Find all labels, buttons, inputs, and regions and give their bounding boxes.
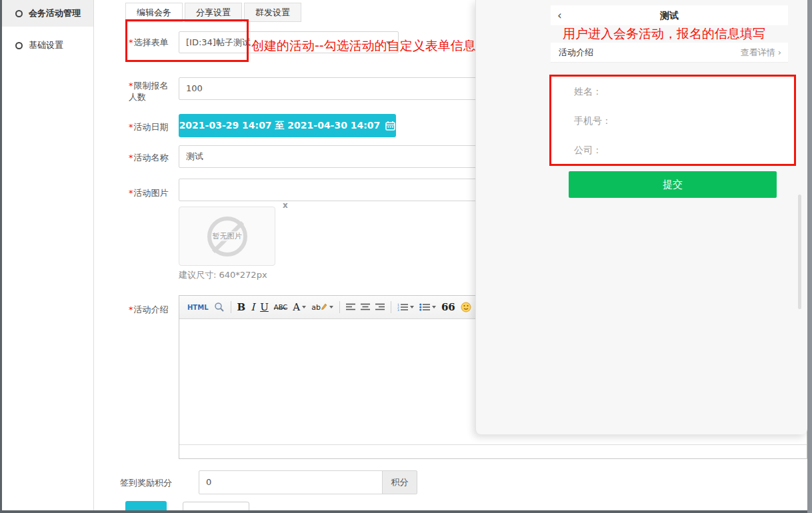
limit-label: *限制报名人数	[129, 80, 169, 103]
font-color-button[interactable]: A	[291, 299, 307, 315]
italic-button[interactable]: I	[249, 299, 256, 315]
preview-field-phone[interactable]: 手机号：	[574, 115, 611, 127]
calendar-icon	[385, 121, 395, 131]
required-asterisk: *	[129, 188, 133, 198]
points-unit-addon: 积分	[382, 470, 417, 494]
checkin-points-input[interactable]: 0	[199, 470, 383, 494]
date-range-button[interactable]: 2021-03-29 14:07 至 2021-04-30 14:07	[179, 114, 396, 137]
date-range-value: 2021-03-29 14:07 至 2021-04-30 14:07	[179, 120, 381, 132]
preview-icon[interactable]	[213, 299, 226, 315]
sidebar-item-label: 基础设置	[29, 39, 63, 51]
preview-title: 测试	[551, 5, 788, 25]
required-asterisk: *	[129, 81, 133, 91]
sidebar-item-label: 会务活动管理	[29, 7, 81, 19]
chevron-down-icon	[302, 306, 306, 308]
tab-mass-send-settings[interactable]: 群发设置	[244, 3, 301, 22]
preview-annotation-text: 用户进入会务活动，报名的信息填写	[563, 25, 765, 43]
checkin-points-label: 签到奖励积分	[120, 477, 172, 489]
preview-field-company[interactable]: 公司：	[574, 145, 602, 157]
svg-text:3: 3	[397, 308, 399, 311]
view-details-link[interactable]: 查看详情 ›	[741, 43, 781, 63]
align-right-icon[interactable]	[374, 299, 386, 315]
date-label: *活动日期	[129, 121, 169, 133]
activity-name-label: *活动名称	[129, 152, 169, 164]
ordered-list-button[interactable]: 123	[396, 299, 415, 315]
underline-button[interactable]: U	[259, 299, 270, 315]
remove-image-button[interactable]: x	[283, 201, 288, 210]
align-left-icon[interactable]	[345, 299, 357, 315]
required-asterisk: *	[129, 153, 133, 163]
required-asterisk: *	[129, 304, 133, 314]
window-border-bottom	[0, 510, 812, 513]
radio-circle-icon	[15, 42, 23, 49]
sidebar: 会务活动管理 基础设置	[2, 0, 94, 510]
strikethrough-button[interactable]: ABC	[273, 299, 289, 315]
preview-intro-row: 活动介绍 查看详情 ›	[551, 43, 788, 63]
annotation-red-rectangle	[125, 19, 249, 62]
bold-button[interactable]: B	[236, 299, 247, 315]
toolbar-separator	[339, 301, 340, 313]
mobile-preview-panel: ‹ 测试 用户进入会务活动，报名的信息填写 活动介绍 查看详情 › 姓名： 手机…	[475, 0, 807, 434]
chevron-down-icon	[410, 306, 414, 308]
pencil-icon	[321, 303, 327, 311]
sidebar-item-conference-management[interactable]: 会务活动管理	[2, 0, 93, 27]
chevron-down-icon	[432, 306, 436, 308]
preview-header: ‹ 测试	[551, 5, 788, 25]
emoji-button[interactable]	[459, 299, 473, 315]
source-code-button[interactable]: HTML	[186, 299, 210, 315]
annotation-text: 创建的活动--勾选活动的自定义表单信息	[251, 37, 476, 55]
radio-circle-icon	[15, 10, 23, 17]
back-chevron-icon[interactable]: ‹	[557, 5, 562, 25]
no-image-icon: 暂无图片	[206, 215, 249, 258]
toolbar-separator	[391, 301, 391, 313]
required-asterisk: *	[129, 122, 133, 132]
align-center-icon[interactable]	[359, 299, 371, 315]
panel-scrollbar-thumb[interactable]	[798, 195, 801, 309]
image-size-hint: 建议尺寸: 640*272px	[179, 269, 267, 281]
activity-image-label: *活动图片	[129, 187, 169, 199]
chevron-down-icon	[329, 306, 333, 308]
preview-field-name[interactable]: 姓名：	[574, 86, 602, 98]
preview-intro-label: 活动介绍	[559, 43, 593, 63]
unordered-list-button[interactable]	[418, 299, 437, 315]
blockquote-button[interactable]: 66	[440, 299, 457, 315]
submit-button[interactable]: 提交	[569, 171, 777, 198]
window-scrollbar-strip[interactable]	[807, 0, 812, 513]
preview-form-red-box: 姓名： 手机号： 公司：	[549, 75, 796, 166]
no-image-text: 暂无图片	[212, 231, 243, 241]
toolbar-separator	[231, 301, 231, 313]
activity-intro-label: *活动介绍	[129, 304, 169, 316]
image-thumbnail: 暂无图片	[179, 207, 275, 266]
window-border-left	[0, 0, 2, 513]
highlight-color-button[interactable]: ab	[310, 299, 335, 315]
editor-status-bar	[179, 444, 807, 458]
sidebar-item-basic-settings[interactable]: 基础设置	[2, 32, 93, 59]
app-window: 会务活动管理 基础设置 编辑会务 分享设置 群发设置 *选择表单 [ID:34]…	[0, 0, 812, 513]
